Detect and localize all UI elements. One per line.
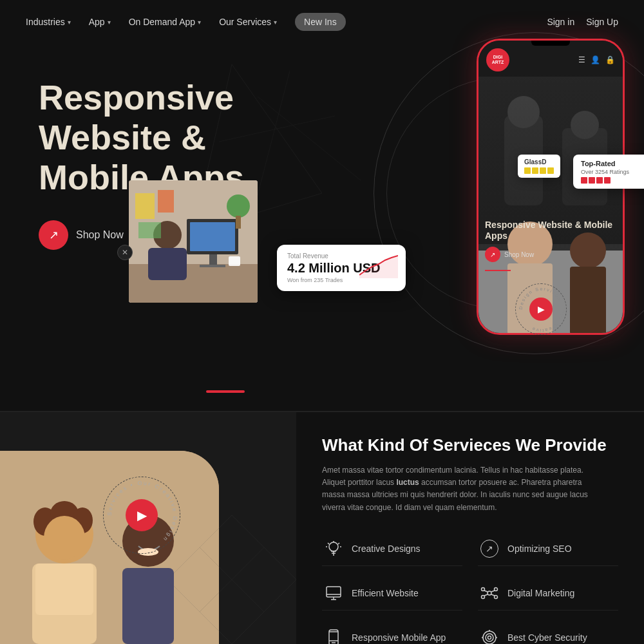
svg-point-57 [488,591,491,595]
service-label-marketing: Digital Marketing [507,588,574,598]
mobile-app-icon [322,626,345,644]
services-grid: Creative Designs ↗ Optimizing SEO [322,532,618,644]
nav-item-newins[interactable]: New Ins [295,13,346,31]
hero-title: Responsive Website & Mobile Apps [39,77,296,197]
svg-rect-42 [122,568,174,644]
nav-item-app[interactable]: App ▾ [89,17,111,27]
hero-image-scene [129,180,258,303]
nav-label-ondemand: On Demand App [129,17,196,27]
nav-right: Sign in Sign Up [547,17,618,27]
service-cyber-security: Best Cyber Security [478,621,618,644]
phone-logo: DIGIARTZ [486,48,509,71]
chevron-down-icon: ▾ [68,19,71,26]
glassd-star-2 [532,167,538,174]
star-3 [596,177,603,184]
optimizing-seo-icon: ↗ [478,537,501,560]
phone-hero-title: Responsive Website & Mobile Apps [485,220,616,242]
star-4 [604,177,611,184]
service-creative-designs: Creative Designs [322,532,462,566]
svg-rect-40 [35,564,93,615]
service-optimizing-seo: ↗ Optimizing SEO [478,532,618,566]
chevron-down-icon: ▾ [198,19,201,26]
glassd-badge: GlassD [518,155,560,178]
top-rated-sub: Over 3254 Ratings [581,169,643,175]
phone-nav-icons: ☰ 👤 🔒 [578,55,615,64]
sign-up-button[interactable]: Sign Up [586,17,618,27]
revenue-chart-svg [359,252,398,278]
nav-item-ondemand[interactable]: On Demand App ▾ [129,17,202,27]
svg-marker-31 [359,256,398,278]
revenue-card: Total Revenue 4.2 Million USD Won from 2… [277,245,406,291]
user-icon: 👤 [591,55,600,64]
phone-hero-text: Responsive Website & Mobile Apps ↗ Shop … [485,220,616,262]
design-circle-text-svg: Design Services • Our Creative [516,284,567,336]
svg-rect-9 [190,222,235,251]
star-2 [589,177,595,184]
service-label-mobile: Responsive Mobile App [352,632,446,643]
svg-rect-19 [229,256,240,266]
glassd-star-4 [547,167,554,174]
nav-item-services[interactable]: Our Services ▾ [219,17,277,27]
svg-rect-30 [570,267,606,333]
service-label-website: Efficient Website [352,588,419,598]
nav-label-industries: Industries [26,17,65,27]
slide-indicator [206,390,245,393]
svg-rect-13 [148,248,187,280]
star-1 [581,177,587,184]
svg-line-63 [491,591,495,592]
geo-bottom-svg [167,515,296,644]
svg-point-72 [488,636,491,639]
svg-rect-15 [158,190,174,213]
svg-rect-16 [138,222,161,238]
shop-now-icon: ↗ [39,220,68,250]
glassd-star-1 [524,167,531,174]
top-rated-stars [581,177,643,184]
service-mobile-app: Responsive Mobile App [322,621,462,644]
svg-rect-10 [209,254,217,265]
bottom-left: Services • Our Creative Design ▶ [0,412,296,644]
chevron-down-icon: ▾ [274,19,277,26]
svg-point-60 [482,595,485,598]
top-rated-label: Top-Rated [581,160,643,167]
hero-image-box [129,180,258,303]
nav-label-newins: New Ins [304,17,337,27]
chevron-down-icon: ▾ [108,19,111,26]
svg-rect-11 [200,265,225,267]
sign-in-button[interactable]: Sign in [547,17,574,27]
nav-item-industries[interactable]: Industries ▾ [26,17,71,27]
service-label-security: Best Cyber Security [507,632,587,643]
phone-shop-icon: ↗ [485,247,500,262]
services-desc: Amet massa vitae tortor condimentum laci… [322,464,605,514]
phone-shop-label: Shop Now [504,251,534,258]
svg-point-17 [227,194,250,218]
svg-rect-18 [236,216,241,229]
service-label-creative: Creative Designs [352,544,421,554]
design-circle: Design Services • Our Creative ▶ [515,283,567,335]
svg-line-65 [491,594,495,596]
svg-line-64 [484,594,488,596]
svg-point-58 [482,587,485,591]
svg-line-62 [484,591,488,592]
nav-label-app: App [89,17,105,27]
navbar: Industries ▾ App ▾ On Demand App ▾ Our S… [0,0,644,44]
desk-scene-svg [129,180,258,303]
svg-point-38 [44,516,85,560]
close-button[interactable]: ✕ [117,245,133,260]
nav-left: Industries ▾ App ▾ On Demand App ▾ Our S… [26,13,346,31]
phone-shop-button[interactable]: ↗ Shop Now [485,247,616,262]
lightbulb-icon [325,540,343,558]
service-label-seo: Optimizing SEO [507,544,572,554]
svg-rect-53 [327,587,341,597]
shop-now-label: Shop Now [76,229,124,241]
svg-point-59 [495,587,498,591]
monitor-icon [325,584,343,602]
phone-red-bar [485,270,511,271]
svg-point-70 [483,631,496,644]
bottom-section: Services • Our Creative Design ▶ What Ki… [0,412,644,644]
target-icon [480,629,498,644]
hamburger-icon: ☰ [578,55,585,64]
phone-header: DIGIARTZ ☰ 👤 🔒 [478,48,623,71]
arrow-icon: ↗ [480,540,498,558]
mobile-icon [325,629,343,644]
top-rated-badge: Top-Rated Over 3254 Ratings [573,155,644,189]
